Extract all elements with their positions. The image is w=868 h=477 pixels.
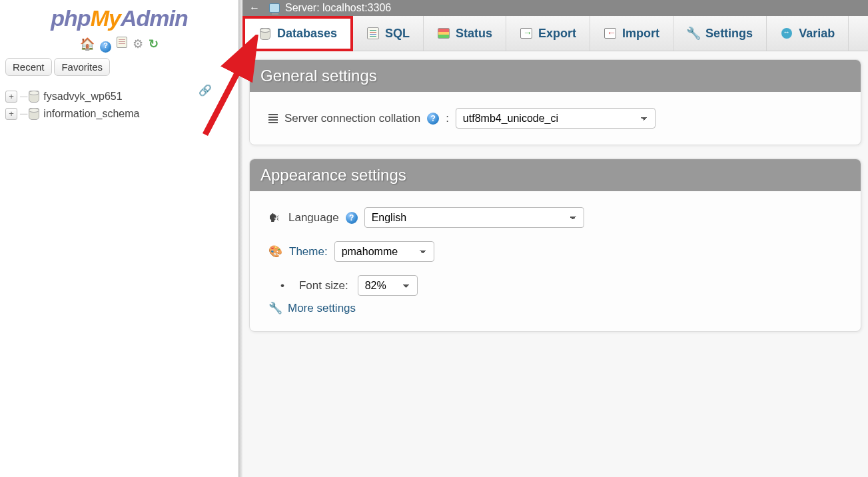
fontsize-label: Font size: [299, 279, 348, 292]
language-icon [268, 212, 282, 224]
tree-item-database[interactable]: + ─ information_schema [5, 105, 233, 123]
panel-title: General settings [250, 60, 861, 92]
reload-icon[interactable]: ↻ [149, 37, 159, 51]
theme-row: 🎨 Theme: pmahomme [268, 241, 842, 262]
tab-sql[interactable]: SQL [353, 16, 424, 51]
export-icon [520, 28, 532, 39]
fontsize-row: Font size: 82% [280, 275, 842, 296]
language-select[interactable]: English [364, 207, 584, 228]
language-label: Language [288, 211, 339, 225]
sql-icon [367, 27, 379, 39]
main-content: ← Server: localhost:3306 Databases SQL S… [242, 0, 868, 477]
favorites-button[interactable]: Favorites [54, 58, 110, 76]
theme-label-link[interactable]: Theme: [289, 245, 328, 258]
server-label: Server: localhost:3306 [285, 2, 391, 14]
theme-select[interactable]: pmahomme [334, 241, 434, 262]
wrench-icon: 🔧 [687, 27, 700, 40]
help-icon[interactable]: ? [427, 113, 439, 125]
tab-variables[interactable]: Variab [767, 16, 849, 51]
tab-status[interactable]: Status [424, 16, 506, 51]
list-icon [268, 114, 278, 123]
wrench-icon: 🔧 [268, 301, 282, 315]
collation-label: Server connection collation [284, 112, 420, 125]
more-settings-link[interactable]: 🔧 More settings [268, 301, 842, 315]
language-row: Language ? English [268, 207, 842, 228]
help-icon[interactable]: ? [346, 212, 358, 224]
import-icon [604, 28, 616, 39]
server-bar: ← Server: localhost:3306 [242, 0, 868, 16]
tab-import[interactable]: Import [590, 16, 673, 51]
appearance-settings-panel: Appearance settings Language ? English 🎨… [249, 159, 861, 332]
database-label: fysadvyk_wp651 [43, 91, 122, 103]
tab-settings[interactable]: 🔧 Settings [673, 16, 767, 51]
expand-icon[interactable]: + [5, 91, 17, 103]
recent-button[interactable]: Recent [5, 58, 52, 76]
tab-databases[interactable]: Databases [242, 16, 353, 51]
palette-icon: 🎨 [268, 244, 282, 258]
settings-icon[interactable]: ⚙ [133, 37, 143, 51]
main-tabs: Databases SQL Status Export Import 🔧 Set… [242, 16, 868, 51]
tab-export[interactable]: Export [506, 16, 590, 51]
collation-select[interactable]: utf8mb4_unicode_ci [456, 108, 655, 129]
status-icon [438, 28, 450, 39]
variables-icon [781, 28, 792, 39]
panel-title: Appearance settings [250, 159, 861, 191]
home-icon[interactable]: 🏠 [80, 37, 95, 51]
phpmyadmin-logo: phpMyAdmin [5, 5, 233, 31]
database-icon [29, 108, 39, 120]
sql-query-icon[interactable] [117, 37, 127, 48]
content-area: General settings Server connection colla… [242, 51, 868, 477]
collation-row: Server connection collation ? : utf8mb4_… [268, 108, 842, 129]
server-icon [269, 3, 280, 13]
database-icon [29, 91, 39, 103]
expand-icon[interactable]: + [5, 108, 17, 120]
database-label: information_schema [43, 108, 139, 120]
general-settings-panel: General settings Server connection colla… [249, 59, 861, 145]
back-arrow-icon[interactable]: ← [249, 2, 260, 14]
help-icon[interactable]: ? [100, 41, 111, 53]
database-icon [260, 28, 270, 40]
sidebar-toolbar: 🏠 ? ⚙ ↻ [5, 37, 233, 53]
fontsize-select[interactable]: 82% [358, 275, 418, 296]
link-icon[interactable]: 🔗 [199, 84, 212, 97]
sidebar: phpMyAdmin 🏠 ? ⚙ ↻ Recent Favorites 🔗 + … [0, 0, 238, 477]
sidebar-tabs: Recent Favorites [5, 58, 233, 76]
